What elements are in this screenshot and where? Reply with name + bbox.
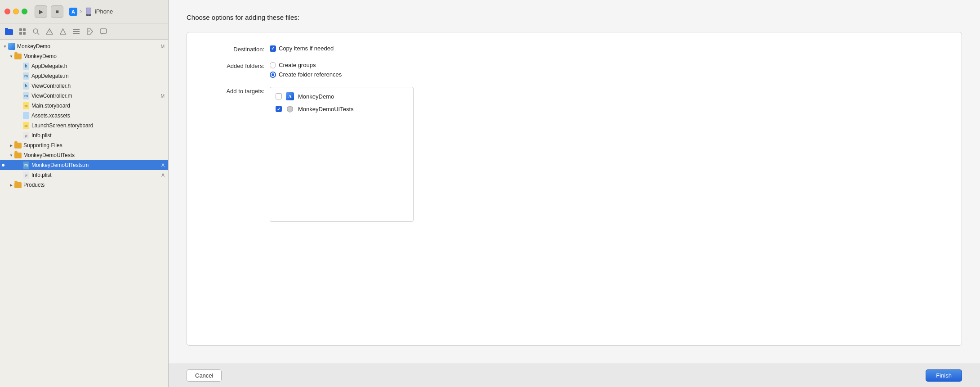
svg-marker-22 [102, 33, 103, 35]
svg-rect-21 [100, 29, 107, 33]
tree-item-main-storyboard[interactable]: sb Main.storyboard [0, 101, 168, 111]
added-folders-row: Added folders: Create groups Create fold… [201, 62, 947, 78]
appdelegate-h-label: AppDelegate.h [31, 63, 168, 69]
traffic-lights [4, 9, 27, 14]
disclosure-project[interactable] [2, 43, 8, 50]
dialog-overlay: Choose options for adding these files: D… [169, 0, 980, 387]
play-button[interactable]: ▶ [35, 5, 47, 18]
svg-rect-7 [5, 28, 8, 30]
shield-target-icon [285, 104, 294, 113]
tree-item-uitests-plist[interactable]: pl Info.plist A [0, 170, 168, 180]
svg-rect-8 [19, 28, 22, 31]
target-row-monkeydemo[interactable]: A MonkeyDemo [273, 90, 410, 103]
dialog-title: Choose options for adding these files: [187, 14, 962, 21]
breadcrumb-separator: > [80, 9, 82, 14]
main-storyboard-label: Main.storyboard [31, 103, 168, 109]
tree-item-appdelegate-m[interactable]: m AppDelegate.m [0, 71, 168, 81]
added-folders-controls: Create groups Create folder references [270, 62, 342, 78]
nav-tag-icon[interactable] [85, 26, 95, 37]
tree-item-assets[interactable]: Assets.xcassets [0, 111, 168, 121]
dialog-content: Choose options for adding these files: D… [169, 0, 980, 364]
tree-item-project[interactable]: MonkeyDemo M [0, 41, 168, 51]
sidebar: ▶ ■ A > iPhone [0, 0, 169, 387]
nav-warning-icon[interactable]: ! [44, 26, 55, 37]
m-file-icon-viewcontroller: m [22, 92, 30, 99]
viewcontroller-m-badge: M [161, 94, 165, 99]
project-label: MonkeyDemo [17, 43, 161, 50]
disclosure-supporting[interactable] [8, 142, 14, 148]
uitests-checkbox[interactable] [276, 106, 282, 112]
minimize-button[interactable] [13, 9, 19, 14]
m-file-icon-appdelegate: m [22, 72, 30, 80]
create-groups-row: Create groups [270, 62, 342, 68]
create-folder-refs-label: Create folder references [279, 71, 342, 78]
tree-item-uitests-group[interactable]: MonkeyDemoUITests [0, 150, 168, 160]
breadcrumb: A > iPhone [69, 7, 113, 16]
svg-rect-10 [19, 32, 22, 35]
nav-list-icon[interactable] [71, 26, 82, 37]
close-button[interactable] [4, 9, 10, 14]
tree-item-products[interactable]: Products [0, 180, 168, 190]
folder-monkeydemo-icon [14, 54, 22, 59]
tree-item-info-plist[interactable]: pl Info.plist [0, 130, 168, 140]
xcassets-icon [22, 112, 30, 119]
create-groups-label: Create groups [279, 62, 316, 68]
tree-item-appdelegate-h[interactable]: h AppDelegate.h [0, 61, 168, 71]
tree-item-launch-storyboard[interactable]: sb LaunchScreen.storyboard [0, 121, 168, 130]
tree-item-viewcontroller-h[interactable]: h ViewController.h [0, 81, 168, 91]
nav-folder-icon[interactable] [4, 26, 14, 37]
maximize-button[interactable] [22, 9, 27, 14]
destination-controls: Copy items if needed [270, 45, 334, 52]
finish-button[interactable]: Finish [926, 369, 962, 382]
uitests-m-badge: A [161, 163, 165, 168]
storyboard-icon-launch: sb [22, 122, 30, 129]
h-file-icon-appdelegate: h [22, 63, 30, 70]
nav-message-icon[interactable] [98, 26, 109, 37]
uitests-target-label: MonkeyDemoUITests [298, 106, 354, 112]
uitests-group-label: MonkeyDemoUITests [23, 152, 168, 158]
copy-items-checkbox[interactable] [270, 45, 276, 52]
svg-rect-11 [23, 32, 26, 35]
appdelegate-m-label: AppDelegate.m [31, 73, 168, 79]
folder-supporting-icon [14, 143, 22, 148]
monkeydemo-checkbox[interactable] [276, 93, 282, 99]
plist-icon-info: pl [22, 132, 30, 139]
info-plist-label: Info.plist [31, 132, 168, 139]
svg-rect-19 [73, 33, 80, 34]
folder-uitests-icon [14, 153, 22, 158]
svg-text:A: A [288, 94, 292, 99]
uitests-plist-label: Info.plist [31, 172, 161, 178]
nav-search-icon[interactable] [31, 26, 41, 37]
monkeydemo-label: MonkeyDemo [23, 53, 168, 59]
nav-shape-icon[interactable] [58, 26, 68, 37]
create-folder-refs-radio[interactable] [270, 72, 276, 78]
disclosure-monkeydemo[interactable] [8, 53, 14, 59]
create-groups-radio[interactable] [270, 62, 276, 68]
svg-rect-3 [86, 8, 91, 14]
tree-item-monkeydemo-group[interactable]: MonkeyDemo [0, 51, 168, 61]
target-row-uitests[interactable]: MonkeyDemoUITests [273, 103, 410, 115]
tree-item-viewcontroller-m[interactable]: m ViewController.m M [0, 91, 168, 101]
svg-rect-9 [23, 28, 26, 31]
viewcontroller-m-label: ViewController.m [31, 93, 161, 99]
disclosure-uitests[interactable] [8, 152, 14, 158]
xcode-target-icon: A [285, 92, 294, 101]
assets-label: Assets.xcassets [31, 112, 168, 119]
tree-item-uitests-m[interactable]: m MonkeyDemoUITests.m A [0, 160, 168, 170]
tree-item-supporting-files[interactable]: Supporting Files [0, 140, 168, 150]
launch-storyboard-label: LaunchScreen.storyboard [31, 122, 168, 129]
folder-products-icon [14, 182, 22, 188]
svg-line-13 [37, 33, 39, 35]
storyboard-icon-main: sb [22, 102, 30, 109]
nav-grid-icon[interactable] [17, 26, 28, 37]
svg-point-12 [33, 29, 38, 33]
svg-rect-17 [73, 29, 80, 30]
m-file-icon-uitests: m [22, 162, 30, 169]
disclosure-products[interactable] [8, 182, 14, 188]
uitests-m-label: MonkeyDemoUITests.m [31, 162, 161, 168]
project-badge: M [161, 44, 165, 49]
svg-text:A: A [71, 9, 75, 14]
cancel-button[interactable]: Cancel [187, 369, 222, 382]
stop-button[interactable]: ■ [51, 5, 63, 18]
dialog-footer: Cancel Finish [169, 364, 980, 387]
